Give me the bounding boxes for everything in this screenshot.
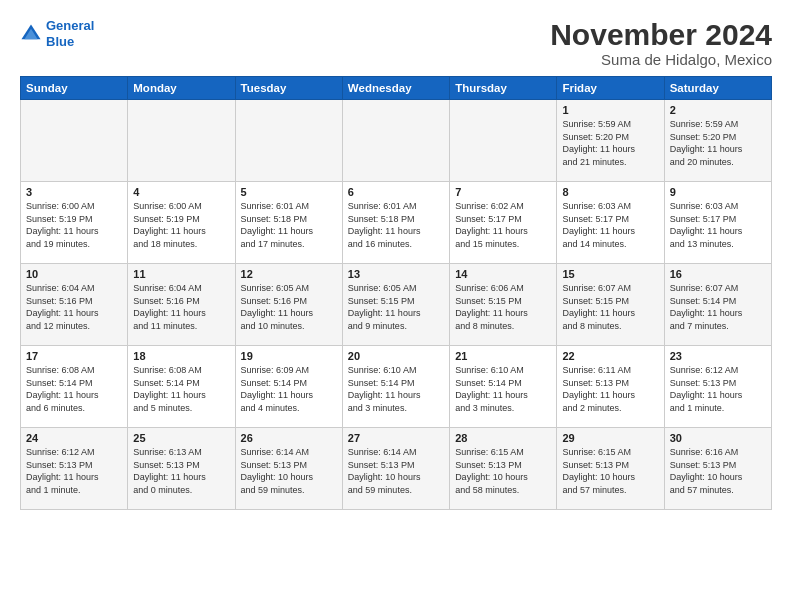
day-number: 27: [348, 432, 444, 444]
day-number: 20: [348, 350, 444, 362]
day-info: Sunrise: 5:59 AM Sunset: 5:20 PM Dayligh…: [670, 118, 766, 168]
day-cell: 8Sunrise: 6:03 AM Sunset: 5:17 PM Daylig…: [557, 182, 664, 264]
week-row-3: 10Sunrise: 6:04 AM Sunset: 5:16 PM Dayli…: [21, 264, 772, 346]
day-number: 15: [562, 268, 658, 280]
day-cell: 29Sunrise: 6:15 AM Sunset: 5:13 PM Dayli…: [557, 428, 664, 510]
day-info: Sunrise: 6:02 AM Sunset: 5:17 PM Dayligh…: [455, 200, 551, 250]
day-number: 24: [26, 432, 122, 444]
day-number: 1: [562, 104, 658, 116]
day-info: Sunrise: 6:12 AM Sunset: 5:13 PM Dayligh…: [670, 364, 766, 414]
day-cell: 1Sunrise: 5:59 AM Sunset: 5:20 PM Daylig…: [557, 100, 664, 182]
column-header-wednesday: Wednesday: [342, 77, 449, 100]
day-info: Sunrise: 6:13 AM Sunset: 5:13 PM Dayligh…: [133, 446, 229, 496]
logo-icon: [20, 23, 42, 45]
day-number: 3: [26, 186, 122, 198]
day-cell: [342, 100, 449, 182]
day-cell: [235, 100, 342, 182]
day-cell: 21Sunrise: 6:10 AM Sunset: 5:14 PM Dayli…: [450, 346, 557, 428]
day-number: 7: [455, 186, 551, 198]
day-cell: [128, 100, 235, 182]
day-cell: 23Sunrise: 6:12 AM Sunset: 5:13 PM Dayli…: [664, 346, 771, 428]
page: General Blue November 2024 Suma de Hidal…: [0, 0, 792, 612]
day-cell: 24Sunrise: 6:12 AM Sunset: 5:13 PM Dayli…: [21, 428, 128, 510]
day-number: 4: [133, 186, 229, 198]
day-info: Sunrise: 6:00 AM Sunset: 5:19 PM Dayligh…: [133, 200, 229, 250]
day-cell: 12Sunrise: 6:05 AM Sunset: 5:16 PM Dayli…: [235, 264, 342, 346]
column-header-friday: Friday: [557, 77, 664, 100]
day-cell: 27Sunrise: 6:14 AM Sunset: 5:13 PM Dayli…: [342, 428, 449, 510]
day-cell: 19Sunrise: 6:09 AM Sunset: 5:14 PM Dayli…: [235, 346, 342, 428]
logo-line1: General: [46, 18, 94, 33]
day-cell: 5Sunrise: 6:01 AM Sunset: 5:18 PM Daylig…: [235, 182, 342, 264]
day-cell: 30Sunrise: 6:16 AM Sunset: 5:13 PM Dayli…: [664, 428, 771, 510]
day-info: Sunrise: 6:11 AM Sunset: 5:13 PM Dayligh…: [562, 364, 658, 414]
day-number: 30: [670, 432, 766, 444]
day-cell: 17Sunrise: 6:08 AM Sunset: 5:14 PM Dayli…: [21, 346, 128, 428]
day-cell: 25Sunrise: 6:13 AM Sunset: 5:13 PM Dayli…: [128, 428, 235, 510]
day-number: 28: [455, 432, 551, 444]
header: General Blue November 2024 Suma de Hidal…: [20, 18, 772, 68]
week-row-2: 3Sunrise: 6:00 AM Sunset: 5:19 PM Daylig…: [21, 182, 772, 264]
day-number: 5: [241, 186, 337, 198]
day-info: Sunrise: 6:15 AM Sunset: 5:13 PM Dayligh…: [562, 446, 658, 496]
logo-line2: Blue: [46, 34, 74, 49]
day-info: Sunrise: 6:12 AM Sunset: 5:13 PM Dayligh…: [26, 446, 122, 496]
day-info: Sunrise: 6:07 AM Sunset: 5:15 PM Dayligh…: [562, 282, 658, 332]
day-cell: 2Sunrise: 5:59 AM Sunset: 5:20 PM Daylig…: [664, 100, 771, 182]
column-header-sunday: Sunday: [21, 77, 128, 100]
day-number: 12: [241, 268, 337, 280]
day-cell: [450, 100, 557, 182]
day-number: 13: [348, 268, 444, 280]
day-info: Sunrise: 6:15 AM Sunset: 5:13 PM Dayligh…: [455, 446, 551, 496]
calendar-table: SundayMondayTuesdayWednesdayThursdayFrid…: [20, 76, 772, 510]
week-row-5: 24Sunrise: 6:12 AM Sunset: 5:13 PM Dayli…: [21, 428, 772, 510]
day-number: 16: [670, 268, 766, 280]
day-info: Sunrise: 6:07 AM Sunset: 5:14 PM Dayligh…: [670, 282, 766, 332]
column-header-tuesday: Tuesday: [235, 77, 342, 100]
day-cell: 7Sunrise: 6:02 AM Sunset: 5:17 PM Daylig…: [450, 182, 557, 264]
day-number: 29: [562, 432, 658, 444]
day-info: Sunrise: 6:10 AM Sunset: 5:14 PM Dayligh…: [348, 364, 444, 414]
day-number: 19: [241, 350, 337, 362]
day-cell: 15Sunrise: 6:07 AM Sunset: 5:15 PM Dayli…: [557, 264, 664, 346]
day-cell: 6Sunrise: 6:01 AM Sunset: 5:18 PM Daylig…: [342, 182, 449, 264]
day-number: 11: [133, 268, 229, 280]
day-info: Sunrise: 6:04 AM Sunset: 5:16 PM Dayligh…: [133, 282, 229, 332]
day-cell: 4Sunrise: 6:00 AM Sunset: 5:19 PM Daylig…: [128, 182, 235, 264]
day-cell: 9Sunrise: 6:03 AM Sunset: 5:17 PM Daylig…: [664, 182, 771, 264]
logo-text: General Blue: [46, 18, 94, 49]
day-cell: 10Sunrise: 6:04 AM Sunset: 5:16 PM Dayli…: [21, 264, 128, 346]
day-number: 6: [348, 186, 444, 198]
day-cell: 16Sunrise: 6:07 AM Sunset: 5:14 PM Dayli…: [664, 264, 771, 346]
day-number: 8: [562, 186, 658, 198]
day-number: 14: [455, 268, 551, 280]
day-cell: 20Sunrise: 6:10 AM Sunset: 5:14 PM Dayli…: [342, 346, 449, 428]
day-cell: 14Sunrise: 6:06 AM Sunset: 5:15 PM Dayli…: [450, 264, 557, 346]
calendar-header-row: SundayMondayTuesdayWednesdayThursdayFrid…: [21, 77, 772, 100]
day-cell: 18Sunrise: 6:08 AM Sunset: 5:14 PM Dayli…: [128, 346, 235, 428]
day-number: 9: [670, 186, 766, 198]
day-cell: 28Sunrise: 6:15 AM Sunset: 5:13 PM Dayli…: [450, 428, 557, 510]
day-cell: 11Sunrise: 6:04 AM Sunset: 5:16 PM Dayli…: [128, 264, 235, 346]
day-number: 17: [26, 350, 122, 362]
day-info: Sunrise: 6:04 AM Sunset: 5:16 PM Dayligh…: [26, 282, 122, 332]
logo: General Blue: [20, 18, 94, 49]
day-number: 18: [133, 350, 229, 362]
column-header-monday: Monday: [128, 77, 235, 100]
day-number: 26: [241, 432, 337, 444]
day-info: Sunrise: 6:03 AM Sunset: 5:17 PM Dayligh…: [562, 200, 658, 250]
day-number: 10: [26, 268, 122, 280]
day-number: 21: [455, 350, 551, 362]
day-cell: 13Sunrise: 6:05 AM Sunset: 5:15 PM Dayli…: [342, 264, 449, 346]
day-info: Sunrise: 6:01 AM Sunset: 5:18 PM Dayligh…: [348, 200, 444, 250]
day-info: Sunrise: 6:10 AM Sunset: 5:14 PM Dayligh…: [455, 364, 551, 414]
column-header-thursday: Thursday: [450, 77, 557, 100]
day-info: Sunrise: 6:00 AM Sunset: 5:19 PM Dayligh…: [26, 200, 122, 250]
day-info: Sunrise: 6:08 AM Sunset: 5:14 PM Dayligh…: [133, 364, 229, 414]
day-number: 2: [670, 104, 766, 116]
day-cell: 3Sunrise: 6:00 AM Sunset: 5:19 PM Daylig…: [21, 182, 128, 264]
day-info: Sunrise: 6:16 AM Sunset: 5:13 PM Dayligh…: [670, 446, 766, 496]
day-info: Sunrise: 6:03 AM Sunset: 5:17 PM Dayligh…: [670, 200, 766, 250]
day-info: Sunrise: 6:01 AM Sunset: 5:18 PM Dayligh…: [241, 200, 337, 250]
week-row-4: 17Sunrise: 6:08 AM Sunset: 5:14 PM Dayli…: [21, 346, 772, 428]
